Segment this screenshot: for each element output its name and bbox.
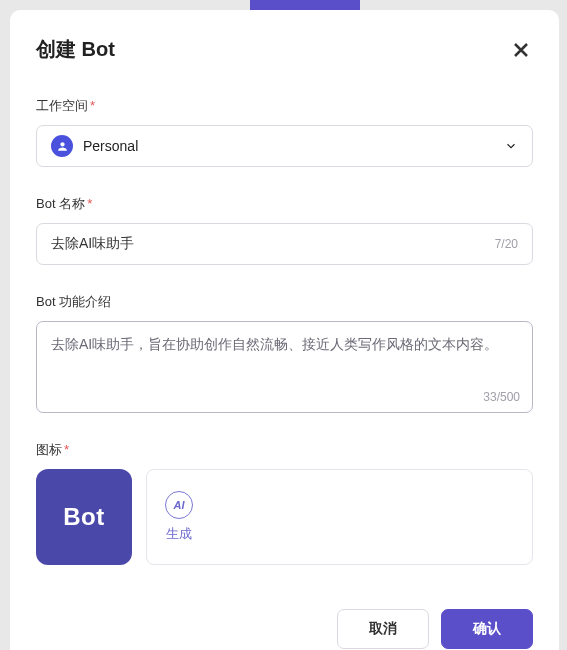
icon-preview[interactable]: Bot <box>36 469 132 565</box>
bot-desc-textarea[interactable] <box>51 334 518 386</box>
icon-label: 图标* <box>36 441 533 459</box>
bot-name-label: Bot 名称* <box>36 195 533 213</box>
generate-icon-label: 生成 <box>166 525 192 543</box>
create-bot-modal: 创建 Bot 工作空间* Personal Bot 名称* 7/20 <box>10 10 559 650</box>
modal-header: 创建 Bot <box>36 36 533 63</box>
cancel-button[interactable]: 取消 <box>337 609 429 649</box>
icon-row: Bot AI 生成 <box>36 469 533 565</box>
workspace-label: 工作空间* <box>36 97 533 115</box>
workspace-select-value-wrap: Personal <box>51 135 138 157</box>
bot-name-input[interactable] <box>51 236 495 252</box>
required-mark: * <box>90 98 95 113</box>
bot-desc-group: Bot 功能介绍 33/500 <box>36 293 533 413</box>
bot-desc-counter: 33/500 <box>483 390 520 404</box>
workspace-group: 工作空间* Personal <box>36 97 533 167</box>
workspace-select[interactable]: Personal <box>36 125 533 167</box>
close-button[interactable] <box>509 38 533 62</box>
confirm-button[interactable]: 确认 <box>441 609 533 649</box>
person-icon <box>51 135 73 157</box>
bot-name-counter: 7/20 <box>495 237 518 251</box>
icon-generate-pane: AI 生成 <box>146 469 533 565</box>
close-icon <box>513 42 529 58</box>
ai-generate-icon: AI <box>165 491 193 519</box>
icon-group: 图标* Bot AI 生成 <box>36 441 533 565</box>
bot-name-group: Bot 名称* 7/20 <box>36 195 533 265</box>
generate-icon-button[interactable]: AI 生成 <box>165 491 193 543</box>
required-mark: * <box>87 196 92 211</box>
modal-title: 创建 Bot <box>36 36 115 63</box>
bot-desc-label: Bot 功能介绍 <box>36 293 533 311</box>
bot-desc-textarea-wrap: 33/500 <box>36 321 533 413</box>
chevron-down-icon <box>504 139 518 153</box>
required-mark: * <box>64 442 69 457</box>
workspace-value: Personal <box>83 138 138 154</box>
bot-name-input-wrap: 7/20 <box>36 223 533 265</box>
modal-footer: 取消 确认 <box>36 593 533 650</box>
